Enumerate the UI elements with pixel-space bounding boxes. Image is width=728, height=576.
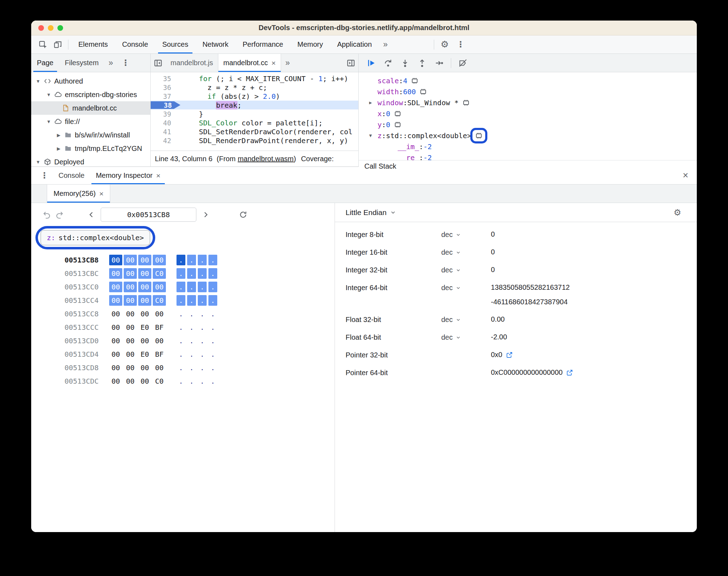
step-into-icon[interactable]	[397, 54, 413, 72]
memory-byte[interactable]: 00	[138, 376, 151, 386]
memory-ascii[interactable]: .	[208, 335, 217, 346]
format-dropdown[interactable]: dec	[441, 283, 491, 292]
memory-byte[interactable]: 00	[124, 255, 137, 265]
memory-byte[interactable]: 00	[124, 322, 137, 333]
memory-byte[interactable]: E0	[138, 322, 151, 333]
memory-inspector-chip-icon[interactable]	[393, 120, 402, 129]
memory-byte[interactable]: 00	[109, 376, 122, 386]
refresh-icon[interactable]	[237, 208, 250, 221]
memory-ascii[interactable]: .	[208, 309, 217, 319]
memory-byte[interactable]: BF	[153, 349, 166, 360]
line-number-36[interactable]: 36	[151, 84, 176, 91]
close-memory-inspector-icon[interactable]: ×	[156, 171, 160, 180]
memory-byte[interactable]: 00	[124, 376, 137, 386]
memory-ascii[interactable]: .	[208, 362, 217, 373]
collapse-icon[interactable]: ▼	[46, 92, 51, 97]
line-number-35[interactable]: 35	[151, 75, 176, 83]
memory-ascii[interactable]: .	[177, 309, 185, 319]
toggle-debugger-sidebar-icon[interactable]	[343, 56, 358, 70]
close-window-button[interactable]	[38, 25, 44, 31]
memory-ascii[interactable]: .	[198, 268, 207, 279]
memory-ascii[interactable]: .	[187, 376, 196, 386]
memory-byte[interactable]: 00	[124, 309, 137, 319]
format-dropdown[interactable]: dec	[441, 230, 491, 239]
panel-tab-elements[interactable]: Elements	[71, 35, 115, 53]
memory-byte[interactable]: 00	[124, 295, 137, 306]
memory-ascii[interactable]: .	[208, 295, 217, 306]
more-navigator-tabs-icon[interactable]: »	[104, 58, 117, 68]
memory-byte[interactable]: 00	[124, 335, 137, 346]
memory-byte[interactable]: 00	[138, 335, 151, 346]
next-page-icon[interactable]	[199, 208, 212, 221]
memory-ascii[interactable]: .	[177, 335, 185, 346]
format-dropdown[interactable]: dec	[441, 333, 491, 341]
open-in-new-icon[interactable]	[566, 369, 573, 376]
scope-variable-window[interactable]: ▶window: SDL_Window *	[359, 97, 697, 108]
memory-ascii[interactable]: .	[198, 255, 207, 265]
memory-ascii[interactable]: .	[177, 268, 185, 279]
drawer-tab-console[interactable]: Console	[53, 167, 90, 184]
scope-variable-width[interactable]: width: 600	[359, 86, 697, 97]
tree-item-tmp-folder[interactable]: ▶ tmp/tmp.ELcTq2YGN	[31, 142, 150, 155]
line-number-40[interactable]: 40	[151, 119, 176, 127]
previous-page-icon[interactable]	[85, 208, 98, 221]
settings-gear-icon[interactable]: ⚙	[437, 39, 452, 50]
memory-byte[interactable]: C0	[153, 376, 166, 386]
tree-item-file-scheme[interactable]: ▼ file://	[31, 115, 150, 128]
memory-inspector-chip-icon[interactable]	[410, 77, 419, 85]
deactivate-breakpoints-icon[interactable]	[455, 54, 471, 72]
memory-ascii[interactable]: .	[208, 322, 217, 333]
memory-ascii[interactable]: .	[208, 255, 217, 265]
memory-address-input[interactable]	[101, 208, 196, 222]
memory-ascii[interactable]: .	[187, 322, 196, 333]
drawer-menu-kebab-icon[interactable]: ⋮	[36, 171, 53, 180]
tree-item-install-folder[interactable]: ▶ b/s/w/ir/x/w/install	[31, 128, 150, 142]
memory-ascii[interactable]: .	[198, 309, 207, 319]
memory-byte[interactable]: 00	[138, 268, 151, 279]
tree-item-authored[interactable]: ▼ Authored	[31, 74, 150, 88]
drawer-tab-memory-inspector[interactable]: Memory Inspector ×	[90, 167, 166, 184]
file-tab-mandelbrot-js[interactable]: mandelbrot.js	[166, 54, 218, 72]
main-menu-kebab-icon[interactable]: ⋮	[452, 40, 469, 49]
scope-variable-z[interactable]: ▼z: std::complex<double>	[359, 130, 697, 141]
call-stack-header[interactable]: Call Stack	[359, 160, 697, 172]
memory-byte[interactable]: C0	[153, 268, 166, 279]
format-dropdown[interactable]: dec	[441, 315, 491, 324]
memory-ascii[interactable]: .	[198, 335, 207, 346]
expand-icon[interactable]: ▶	[368, 100, 373, 105]
memory-highlight-tag[interactable]: z: std::complex<double>	[40, 230, 150, 245]
scope-variable-x[interactable]: x: 0	[359, 108, 697, 119]
panel-tab-application[interactable]: Application	[330, 35, 379, 53]
more-file-tabs-icon[interactable]: »	[281, 58, 294, 68]
tree-item-deployed[interactable]: ▼ Deployed	[31, 155, 150, 166]
memory-ascii[interactable]: .	[198, 282, 207, 292]
memory-byte[interactable]: 00	[109, 282, 122, 292]
navigator-menu-kebab-icon[interactable]: ⋮	[117, 58, 134, 68]
memory-ascii[interactable]: .	[177, 282, 185, 292]
memory-ascii[interactable]: .	[177, 349, 185, 360]
memory-ascii[interactable]: .	[198, 322, 207, 333]
collapse-icon[interactable]: ▼	[35, 159, 41, 165]
collapse-icon[interactable]: ▼	[368, 133, 373, 138]
memory-ascii[interactable]: .	[177, 362, 185, 373]
memory-buffer-tab[interactable]: Memory(256) ×	[47, 185, 110, 203]
memory-byte[interactable]: 00	[124, 362, 137, 373]
memory-byte[interactable]: 00	[109, 295, 122, 306]
memory-byte[interactable]: 00	[153, 255, 166, 265]
panel-tab-sources[interactable]: Sources	[155, 35, 195, 53]
memory-ascii[interactable]: .	[187, 282, 196, 292]
memory-byte[interactable]: 00	[138, 362, 151, 373]
scope-variable-im[interactable]: __im_: -2	[359, 141, 697, 152]
line-number-37[interactable]: 37	[151, 92, 176, 100]
code-editor[interactable]: 35for (; i < MAX_ITER_COUNT - 1; i++)36z…	[151, 72, 358, 151]
memory-byte[interactable]: 00	[109, 335, 122, 346]
scope-variable-y[interactable]: y: 0	[359, 119, 697, 130]
memory-byte[interactable]: 00	[124, 282, 137, 292]
memory-byte[interactable]: 00	[138, 295, 151, 306]
panel-tab-performance[interactable]: Performance	[236, 35, 291, 53]
line-number-42[interactable]: 42	[151, 137, 176, 145]
panel-tab-console[interactable]: Console	[115, 35, 155, 53]
memory-ascii[interactable]: .	[177, 322, 185, 333]
memory-byte[interactable]: 00	[153, 362, 166, 373]
memory-ascii[interactable]: .	[177, 376, 185, 386]
